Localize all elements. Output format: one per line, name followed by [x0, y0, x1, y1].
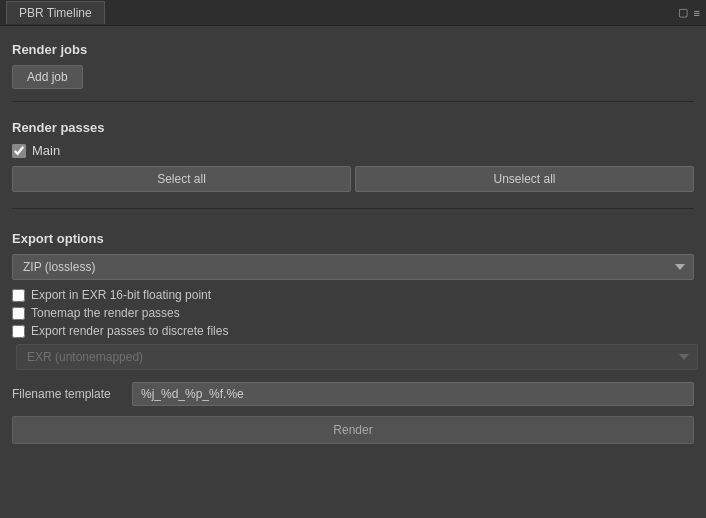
discrete-option-row: Export render passes to discrete files [12, 324, 694, 338]
exr-untonemapped-dropdown[interactable]: EXR (untonemapped) [16, 344, 698, 370]
tonemap-checkbox-label: Tonemap the render passes [31, 306, 180, 320]
export-options-section: Export options ZIP (lossless) PNG EXR Ex… [12, 225, 694, 444]
unselect-all-button[interactable]: Unselect all [355, 166, 694, 192]
separator-1 [12, 101, 694, 102]
pbr-timeline-tab[interactable]: PBR Timeline [6, 1, 105, 24]
render-button[interactable]: Render [12, 416, 694, 444]
filename-template-label: Filename template [12, 387, 122, 401]
export-options-title: Export options [12, 231, 694, 246]
menu-icon[interactable]: ≡ [694, 7, 700, 19]
discrete-checkbox-label: Export render passes to discrete files [31, 324, 228, 338]
filename-template-input[interactable] [132, 382, 694, 406]
main-checkbox-row: Main [12, 143, 694, 158]
separator-2 [12, 208, 694, 209]
tonemap-checkbox[interactable] [12, 307, 25, 320]
filename-row: Filename template [12, 382, 694, 406]
tonemap-option-row: Tonemap the render passes [12, 306, 694, 320]
title-bar-left: PBR Timeline [6, 1, 105, 24]
add-job-button[interactable]: Add job [12, 65, 83, 89]
format-dropdown[interactable]: ZIP (lossless) PNG EXR [12, 254, 694, 280]
render-passes-title: Render passes [12, 120, 694, 135]
render-jobs-section: Render jobs Add job [12, 36, 694, 89]
main-checkbox-label: Main [32, 143, 60, 158]
exr-checkbox[interactable] [12, 289, 25, 302]
render-passes-section: Render passes Main Select all Unselect a… [12, 114, 694, 194]
select-buttons-row: Select all Unselect all [12, 166, 694, 192]
exr-checkbox-label: Export in EXR 16-bit floating point [31, 288, 211, 302]
discrete-checkbox[interactable] [12, 325, 25, 338]
render-jobs-title: Render jobs [12, 42, 694, 57]
title-bar: PBR Timeline ▢ ≡ [0, 0, 706, 26]
title-bar-right: ▢ ≡ [678, 6, 700, 19]
content-area: Render jobs Add job Render passes Main S… [0, 26, 706, 518]
select-all-button[interactable]: Select all [12, 166, 351, 192]
minimize-icon[interactable]: ▢ [678, 6, 688, 19]
exr-option-row: Export in EXR 16-bit floating point [12, 288, 694, 302]
main-window: PBR Timeline ▢ ≡ Render jobs Add job Ren… [0, 0, 706, 518]
main-checkbox[interactable] [12, 144, 26, 158]
tab-label: PBR Timeline [19, 6, 92, 20]
